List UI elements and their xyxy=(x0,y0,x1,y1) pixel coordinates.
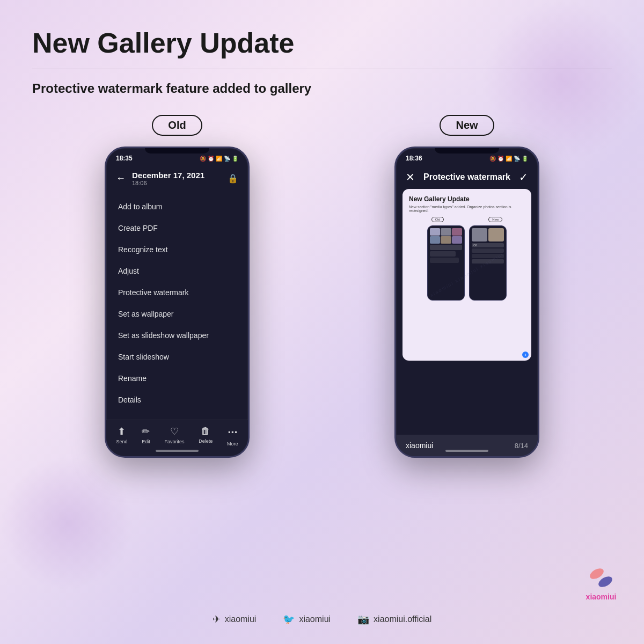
twitter-icon: 🐦 xyxy=(283,613,295,625)
old-phone-column: Old 18:35 🔕 ⏰ 📶 📡 🔋 ← xyxy=(105,115,250,458)
more-label: More xyxy=(227,441,238,447)
favorites-icon: ♡ xyxy=(170,426,179,437)
mini-new-phone-inner: Off + xyxy=(470,226,506,266)
edit-label: Edit xyxy=(142,439,150,444)
phone-notch-old xyxy=(145,148,209,153)
menu-item-recognize-text[interactable]: Recognize text xyxy=(106,239,248,260)
footer-social-links: ✈ xiaomiui 🐦 xiaomiui 📷 xiaomiui.officia… xyxy=(0,613,644,625)
instagram-icon: 📷 xyxy=(357,613,369,625)
old-status-time: 18:35 xyxy=(116,155,133,162)
instagram-label: xiaomiui.official xyxy=(374,614,431,624)
new-phone-mockup: 18:36 🔕 ⏰ 📶 📡 🔋 ✕ Protective watermark ✓ xyxy=(394,147,539,458)
menu-item-protective-watermark[interactable]: Protective watermark xyxy=(106,282,248,303)
logo-svg xyxy=(585,560,617,592)
watermark-input-row: xiaomiui 8/14 xyxy=(396,435,538,456)
old-label-badge: Old xyxy=(152,115,202,136)
edit-icon: ✏ xyxy=(142,426,150,437)
old-status-icons: 🔕 ⏰ 📶 📡 🔋 xyxy=(200,156,238,162)
old-home-bar xyxy=(156,450,199,452)
send-icon: ⬆ xyxy=(118,426,126,437)
favorites-label: Favorites xyxy=(165,439,185,444)
toolbar-favorites[interactable]: ♡ Favorites xyxy=(165,426,185,447)
wifi-icon: 📡 xyxy=(224,156,230,162)
old-header-date: December 17, 2021 xyxy=(132,171,228,180)
menu-item-set-wallpaper[interactable]: Set as wallpaper xyxy=(106,303,248,325)
footer-telegram[interactable]: ✈ xiaomiui xyxy=(213,613,257,625)
telegram-icon: ✈ xyxy=(213,613,221,625)
image-content-subtitle: New section "media types" added. Organiz… xyxy=(409,205,525,213)
watermark-input-value[interactable]: xiaomiui xyxy=(406,441,433,450)
mute-icon: 🔕 xyxy=(200,156,206,162)
mute-icon-new: 🔕 xyxy=(489,156,496,162)
logo-text: xiaomiui xyxy=(586,592,617,601)
menu-item-add-album[interactable]: Add to album xyxy=(106,196,248,217)
new-status-icons: 🔕 ⏰ 📶 📡 🔋 xyxy=(489,156,528,162)
mini-old-phone-inner xyxy=(428,226,464,265)
mini-old-badge: Old xyxy=(431,217,444,222)
toolbar-more[interactable]: ··· More xyxy=(227,426,238,447)
image-content-title: New Gallery Update xyxy=(409,195,525,203)
alarm-icon-new: ⏰ xyxy=(497,156,504,162)
back-arrow-icon: ← xyxy=(116,173,126,184)
delete-icon: 🗑 xyxy=(201,426,210,437)
new-header-title: Protective watermark xyxy=(423,172,510,182)
signal-icon: 📶 xyxy=(216,156,222,162)
send-label: Send xyxy=(116,439,127,444)
xiaomiui-logo: xiaomiui xyxy=(585,560,617,601)
wifi-icon-new: 📡 xyxy=(514,156,520,162)
mini-phones-row: Off + xyxy=(409,225,525,301)
more-icon: ··· xyxy=(228,426,237,440)
battery-icon-new: 🔋 xyxy=(522,156,528,162)
menu-item-rename[interactable]: Rename xyxy=(106,368,248,389)
old-phone-header: ← December 17, 2021 18:06 🔒 xyxy=(106,165,248,192)
footer-twitter[interactable]: 🐦 xiaomiui xyxy=(283,613,331,625)
menu-item-start-slideshow[interactable]: Start slideshow xyxy=(106,346,248,368)
image-inner: New Gallery Update New section "media ty… xyxy=(402,189,531,361)
new-home-bar xyxy=(445,450,488,452)
toolbar-send[interactable]: ⬆ Send xyxy=(116,426,127,447)
new-phone-header: ✕ Protective watermark ✓ xyxy=(396,165,538,189)
lock-icon: 🔒 xyxy=(228,173,238,184)
mini-new-badge: New xyxy=(488,217,502,222)
old-phone-mockup: 18:35 🔕 ⏰ 📶 📡 🔋 ← December 17, 2021 18:0… xyxy=(105,147,250,458)
alarm-icon: ⏰ xyxy=(208,156,214,162)
menu-item-slideshow-wallpaper[interactable]: Set as slideshow wallpaper xyxy=(106,325,248,346)
phone-notch-new xyxy=(435,148,499,153)
watermark-preview-area: New Gallery Update New section "media ty… xyxy=(402,189,531,361)
menu-item-adjust[interactable]: Adjust xyxy=(106,260,248,282)
new-label-badge: New xyxy=(440,115,494,136)
menu-item-create-pdf[interactable]: Create PDF xyxy=(106,217,248,239)
toolbar-delete[interactable]: 🗑 Delete xyxy=(199,426,213,447)
mini-label-row: Old New xyxy=(409,217,525,222)
menu-item-details[interactable]: Details xyxy=(106,389,248,411)
twitter-label: xiaomiui xyxy=(299,614,331,624)
battery-icon: 🔋 xyxy=(232,156,238,162)
old-header-time: 18:06 xyxy=(132,180,228,186)
mini-old-phone xyxy=(427,225,465,301)
phones-comparison-row: Old 18:35 🔕 ⏰ 📶 📡 🔋 ← xyxy=(32,115,612,458)
close-button[interactable]: ✕ xyxy=(406,171,415,184)
new-phone-column: New 18:36 🔕 ⏰ 📶 📡 🔋 ✕ xyxy=(394,115,539,458)
mini-new-phone: Off + xyxy=(469,225,507,301)
page-title: New Gallery Update xyxy=(32,27,612,59)
new-status-time: 18:36 xyxy=(406,155,422,162)
telegram-label: xiaomiui xyxy=(225,614,257,624)
watermark-char-count: 8/14 xyxy=(515,442,528,450)
page-subtitle: Protective watermark feature added to ga… xyxy=(32,81,612,96)
main-container: New Gallery Update Protective watermark … xyxy=(0,0,644,490)
signal-icon-new: 📶 xyxy=(506,156,512,162)
old-menu-list: Add to album Create PDF Recognize text A… xyxy=(106,192,248,415)
delete-label: Delete xyxy=(199,438,213,444)
footer-instagram[interactable]: 📷 xiaomiui.official xyxy=(357,613,431,625)
title-divider xyxy=(32,69,612,69)
toolbar-edit[interactable]: ✏ Edit xyxy=(142,426,150,447)
old-header-title-group: December 17, 2021 18:06 xyxy=(132,171,228,186)
check-button[interactable]: ✓ xyxy=(519,171,528,184)
